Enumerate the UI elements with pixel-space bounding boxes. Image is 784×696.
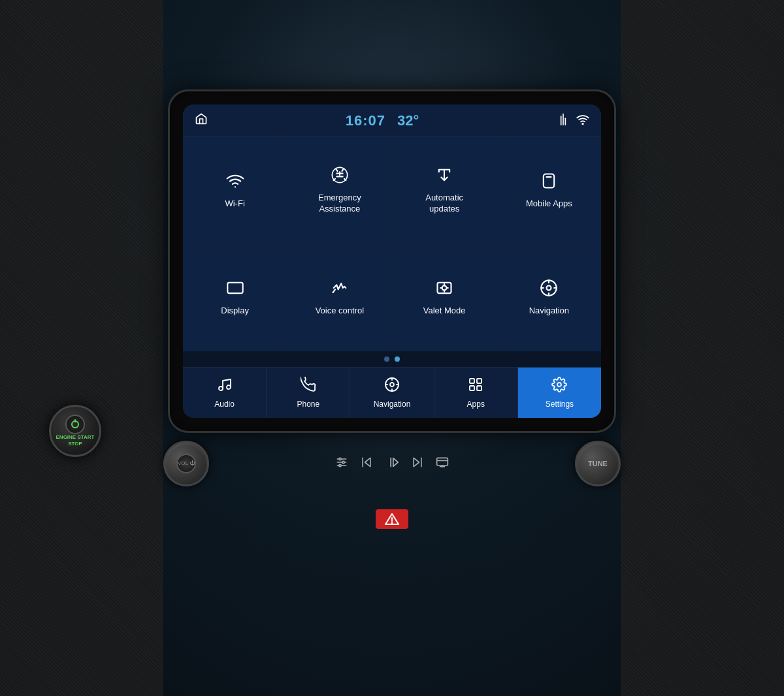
navigation-label: Navigation bbox=[529, 306, 569, 317]
screen-toggle-button[interactable] bbox=[436, 456, 449, 472]
apps-nav-label: Apps bbox=[467, 400, 485, 409]
phone-nav-icon bbox=[301, 377, 316, 396]
volume-label: VOL ⏻ bbox=[178, 460, 195, 467]
hazard-button-area bbox=[376, 509, 408, 529]
wifi-grid-icon bbox=[226, 172, 244, 193]
nav-item-audio[interactable]: Audio bbox=[183, 368, 267, 418]
emergency-label: EmergencyAssistance bbox=[318, 193, 361, 215]
navigation-nav-icon bbox=[384, 377, 400, 396]
engine-start-area: ENGINE START STOP bbox=[49, 405, 101, 457]
nav-item-navigation[interactable]: Navigation bbox=[350, 368, 434, 418]
emergency-grid-icon bbox=[331, 166, 349, 187]
svg-rect-36 bbox=[470, 386, 474, 390]
svg-marker-49 bbox=[414, 458, 419, 466]
nav-item-phone[interactable]: Phone bbox=[267, 368, 350, 418]
svg-marker-45 bbox=[365, 458, 370, 466]
svg-point-27 bbox=[227, 385, 231, 389]
grid-item-navigation[interactable]: Navigation bbox=[497, 245, 601, 352]
grid-item-wifi[interactable]: Wi-Fi bbox=[183, 137, 287, 244]
svg-rect-51 bbox=[437, 458, 448, 466]
home-icon[interactable] bbox=[195, 112, 208, 129]
signal-icon bbox=[557, 113, 570, 129]
audio-nav-label: Audio bbox=[214, 400, 235, 409]
settings-grid: Wi-Fi EmergencyAssistance bbox=[183, 137, 601, 351]
grid-item-valet[interactable]: Valet Mode bbox=[393, 245, 497, 352]
svg-point-43 bbox=[342, 461, 344, 463]
svg-marker-48 bbox=[393, 458, 398, 466]
time-display: 16:07 bbox=[346, 112, 385, 129]
svg-rect-37 bbox=[477, 386, 482, 390]
skip-back-button[interactable] bbox=[360, 456, 373, 472]
display-grid-icon bbox=[226, 279, 244, 300]
svg-point-21 bbox=[547, 286, 551, 291]
page-dots bbox=[183, 351, 601, 367]
svg-point-29 bbox=[390, 383, 394, 387]
top-bar-left bbox=[195, 112, 208, 129]
navigation-grid-icon bbox=[540, 279, 558, 300]
temperature-display: 32° bbox=[397, 112, 419, 129]
svg-line-13 bbox=[333, 290, 335, 293]
eq-button[interactable] bbox=[335, 456, 348, 472]
valet-label: Valet Mode bbox=[423, 306, 466, 317]
display-label: Display bbox=[221, 306, 249, 317]
dot-1[interactable] bbox=[384, 356, 389, 362]
bottom-navigation: Audio Phone bbox=[183, 367, 601, 418]
carbon-left-panel bbox=[0, 0, 163, 696]
wifi-icon bbox=[576, 113, 589, 129]
grid-item-updates[interactable]: Automaticupdates bbox=[393, 137, 497, 244]
valet-grid-icon bbox=[435, 279, 453, 300]
svg-point-26 bbox=[219, 387, 223, 390]
svg-point-44 bbox=[339, 464, 341, 466]
engine-start-button[interactable]: ENGINE START STOP bbox=[49, 405, 101, 457]
svg-point-42 bbox=[339, 458, 341, 460]
top-bar-right bbox=[557, 113, 589, 129]
grid-item-voice[interactable]: Voice control bbox=[287, 245, 391, 352]
voice-grid-icon bbox=[331, 279, 349, 300]
svg-rect-34 bbox=[470, 379, 474, 383]
voice-label: Voice control bbox=[316, 306, 364, 317]
nav-item-settings[interactable]: Settings bbox=[518, 368, 601, 418]
volume-knob[interactable]: VOL ⏻ bbox=[163, 441, 209, 486]
updates-grid-icon bbox=[435, 166, 453, 187]
tune-knob[interactable]: TUNE bbox=[575, 441, 621, 486]
top-bar-center: 16:07 32° bbox=[346, 112, 419, 129]
svg-rect-10 bbox=[544, 174, 554, 187]
navigation-nav-label: Navigation bbox=[374, 400, 411, 409]
updates-label: Automaticupdates bbox=[425, 193, 463, 215]
grid-item-mobileapps[interactable]: Mobile Apps bbox=[497, 137, 601, 244]
apps-nav-icon bbox=[468, 377, 483, 396]
play-pause-button[interactable] bbox=[385, 455, 399, 473]
tune-label: TUNE bbox=[588, 460, 608, 467]
mobileapps-grid-icon bbox=[540, 172, 558, 193]
top-bar: 16:07 32° bbox=[183, 104, 601, 137]
carbon-right-panel bbox=[621, 0, 784, 696]
svg-point-6 bbox=[234, 186, 235, 187]
physical-controls: VOL ⏻ bbox=[163, 437, 621, 490]
skip-forward-button[interactable] bbox=[411, 456, 424, 472]
phone-nav-label: Phone bbox=[297, 400, 319, 409]
svg-rect-12 bbox=[227, 283, 242, 293]
wifi-label: Wi-Fi bbox=[225, 198, 244, 210]
media-controls bbox=[217, 455, 567, 473]
grid-item-display[interactable]: Display bbox=[183, 245, 287, 352]
hazard-button[interactable] bbox=[376, 509, 408, 529]
settings-nav-icon bbox=[551, 377, 567, 396]
settings-nav-label: Settings bbox=[546, 400, 574, 409]
svg-point-57 bbox=[392, 522, 393, 523]
screen-bezel: 16:07 32° bbox=[170, 91, 614, 431]
mobileapps-label: Mobile Apps bbox=[526, 198, 572, 210]
svg-point-5 bbox=[582, 123, 583, 124]
engine-label: ENGINE START STOP bbox=[51, 434, 99, 448]
audio-nav-icon bbox=[217, 377, 233, 396]
svg-rect-35 bbox=[477, 379, 482, 383]
svg-point-38 bbox=[557, 383, 561, 387]
nav-item-apps[interactable]: Apps bbox=[434, 368, 518, 418]
infotainment-screen: 16:07 32° bbox=[183, 104, 601, 418]
dot-2[interactable] bbox=[395, 356, 400, 362]
grid-item-emergency[interactable]: EmergencyAssistance bbox=[287, 137, 391, 244]
